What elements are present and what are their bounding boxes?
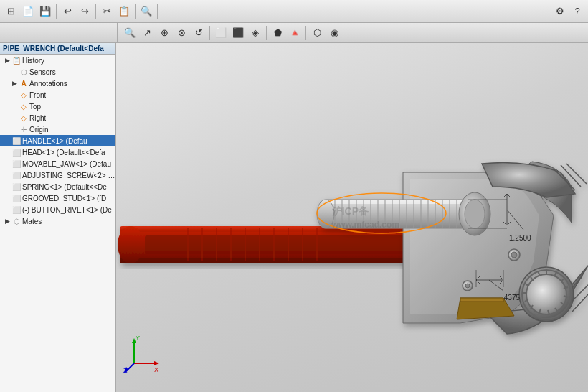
adjusting-screw-icon: ⬜ xyxy=(11,170,22,180)
top-toolbar: ⊞ 📄 💾 ↩ ↪ ✂ 📋 🔍 ⚙ ? xyxy=(0,0,588,23)
origin-icon: ✛ xyxy=(19,124,29,134)
tree-item-history[interactable]: ▶ 📋 History xyxy=(0,55,115,66)
expand-annotations[interactable]: ▶ xyxy=(10,79,19,88)
svg-text:X: X xyxy=(154,366,158,373)
wrench-model: 1.2500 .4375 xyxy=(116,43,588,392)
tree-item-head[interactable]: ⬜ HEAD<1> (Default<<Defa xyxy=(0,146,115,158)
tree-item-mates[interactable]: ▶ ⬡ Mates xyxy=(0,215,115,227)
sep1 xyxy=(56,4,57,19)
button-rivet-label: (-) BUTTON_RIVET<1> (De xyxy=(22,206,112,214)
tree-item-adjusting-screw[interactable]: ⬜ ADJUSTING_SCREW<2> (D xyxy=(0,169,115,181)
spring-icon: ⬜ xyxy=(11,182,22,192)
expand-top[interactable] xyxy=(10,102,19,111)
svg-point-58 xyxy=(465,284,470,288)
viewport[interactable]: 1.2500 .4375 xyxy=(116,43,588,392)
expand-adjusting-screw[interactable] xyxy=(3,171,11,179)
rotate-button[interactable]: ↺ xyxy=(191,25,207,41)
view-hidden-button[interactable]: ◈ xyxy=(247,25,263,41)
help-button[interactable]: ? xyxy=(569,4,585,19)
cut-button[interactable]: ✂ xyxy=(99,4,115,19)
tree-item-origin[interactable]: ✛ Origin xyxy=(0,123,115,135)
view-wireframe-button[interactable]: ⬜ xyxy=(213,25,229,41)
grooved-stud-label: GROOVED_STUD<1> ([D xyxy=(22,195,106,202)
svg-text:.4375: .4375 xyxy=(502,294,520,302)
zoom-fit-button[interactable]: 🔍 xyxy=(122,25,138,41)
main-area: PIPE_WRENCH (Default<Defa ▶ 📋 History ⬡ … xyxy=(0,43,588,392)
movable-jaw-label: MOVABLE_JAW<1> (Defau xyxy=(22,160,111,168)
tree-item-button-rivet[interactable]: ⬜ (-) BUTTON_RIVET<1> (De xyxy=(0,204,115,215)
sensors-icon: ⬡ xyxy=(19,67,29,77)
button-rivet-icon: ⬜ xyxy=(11,205,22,215)
expand-button-rivet[interactable] xyxy=(3,205,11,214)
view-shaded-button[interactable]: ⬛ xyxy=(230,25,246,41)
svg-rect-4 xyxy=(145,235,417,254)
zoom-area-button[interactable]: ↗ xyxy=(139,25,155,41)
svg-point-60 xyxy=(511,252,517,258)
view-sep1 xyxy=(209,26,210,40)
expand-history[interactable]: ▶ xyxy=(3,56,11,65)
head-label: HEAD<1> (Default<<Defa xyxy=(22,149,105,157)
origin-label: Origin xyxy=(29,126,49,134)
tree-item-annotations[interactable]: ▶ A Annotations xyxy=(0,78,115,89)
sep4 xyxy=(157,4,158,19)
expand-sensors[interactable] xyxy=(10,67,19,76)
section-view-button[interactable]: ⬟ xyxy=(270,25,285,41)
open-button[interactable]: 📄 xyxy=(20,4,36,19)
view-orientation-button[interactable]: 🔺 xyxy=(287,25,303,41)
view-sep2 xyxy=(266,26,267,40)
grooved-stud-icon: ⬜ xyxy=(11,193,22,203)
head-icon: ⬜ xyxy=(11,147,22,157)
handle-icon: ⬜ xyxy=(11,136,22,146)
wrench-svg: 1.2500 .4375 xyxy=(116,43,588,392)
save-button[interactable]: 💾 xyxy=(37,4,53,19)
realview-button[interactable]: ◉ xyxy=(326,25,342,41)
expand-head[interactable] xyxy=(3,148,11,157)
expand-spring[interactable] xyxy=(3,182,11,191)
mates-label: Mates xyxy=(22,218,42,225)
tree-item-front[interactable]: ◇ Front xyxy=(0,89,115,101)
svg-marker-84 xyxy=(154,361,159,365)
expand-mates[interactable]: ▶ xyxy=(3,217,11,225)
copy-button[interactable]: 📋 xyxy=(116,4,132,19)
sensors-label: Sensors xyxy=(29,68,56,76)
annotations-label: Annotations xyxy=(29,80,67,88)
expand-handle[interactable] xyxy=(3,136,11,145)
tree-item-top[interactable]: ◇ Top xyxy=(0,101,115,112)
svg-text:Y: Y xyxy=(136,335,140,342)
svg-point-56 xyxy=(465,200,485,228)
handle-label: HANDLE<1> (Defau xyxy=(22,137,87,145)
zoom-button[interactable]: 🔍 xyxy=(138,4,154,19)
svg-point-53 xyxy=(317,200,334,228)
tree-item-right[interactable]: ◇ Right xyxy=(0,112,115,123)
history-label: History xyxy=(22,57,44,65)
tree-header: PIPE_WRENCH (Default<Defa xyxy=(0,43,115,55)
history-icon: 📋 xyxy=(11,55,22,65)
expand-origin[interactable] xyxy=(10,125,19,134)
new-button[interactable]: ⊞ xyxy=(3,4,19,19)
coordinate-axes: Y X Z xyxy=(123,335,159,370)
top-label: Top xyxy=(29,103,41,111)
annotations-icon: A xyxy=(19,78,29,88)
display-settings-button[interactable]: ⬡ xyxy=(309,25,325,41)
tree-item-sensors[interactable]: ⬡ Sensors xyxy=(0,66,115,78)
redo-button[interactable]: ↪ xyxy=(77,4,93,19)
front-plane-icon: ◇ xyxy=(19,90,29,100)
tree-item-spring[interactable]: ⬜ SPRING<1> (Default<<De xyxy=(0,181,115,192)
expand-right[interactable] xyxy=(10,113,19,122)
zoom-in-button[interactable]: ⊕ xyxy=(156,25,172,41)
tree-item-handle[interactable]: ⬜ HANDLE<1> (Defau xyxy=(0,135,115,146)
expand-front[interactable] xyxy=(10,90,19,99)
feature-tree-panel: PIPE_WRENCH (Default<Defa ▶ 📋 History ⬡ … xyxy=(0,43,116,392)
svg-text:1.2500: 1.2500 xyxy=(509,234,531,242)
second-toolbar: 🔍 ↗ ⊕ ⊗ ↺ ⬜ ⬛ ◈ ⬟ 🔺 ⬡ ◉ xyxy=(0,23,588,43)
front-label: Front xyxy=(29,91,46,99)
tree-item-movable-jaw[interactable]: ⬜ MOVABLE_JAW<1> (Defau xyxy=(0,158,115,169)
options-button[interactable]: ⚙ xyxy=(552,4,568,19)
tree-item-grooved-stud[interactable]: ⬜ GROOVED_STUD<1> ([D xyxy=(0,192,115,204)
zoom-out-button[interactable]: ⊗ xyxy=(174,25,189,41)
svg-point-3 xyxy=(118,226,143,263)
tree-root-label: PIPE_WRENCH (Default<Defa xyxy=(3,45,104,52)
expand-movable-jaw[interactable] xyxy=(3,159,11,168)
expand-grooved-stud[interactable] xyxy=(3,194,11,202)
undo-button[interactable]: ↩ xyxy=(60,4,75,19)
